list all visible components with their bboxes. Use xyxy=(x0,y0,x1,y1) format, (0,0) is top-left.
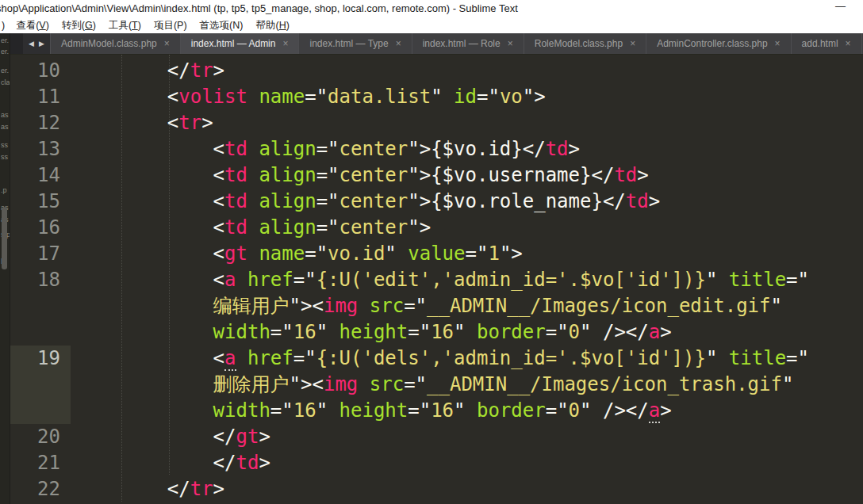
sidebar-clipped-text: cla xyxy=(1,78,10,86)
menu-item[interactable]: 项目(P) xyxy=(154,19,187,32)
tab-label: index.html — Admin xyxy=(191,38,276,49)
code-row[interactable]: 11<volist name="data.list" id="vo"> xyxy=(10,84,863,110)
code-row[interactable]: 22</tr> xyxy=(10,476,863,502)
sidebar-clipped-text: er. xyxy=(1,67,9,74)
editor-pane: ◀ ▶ AdminModel.class.php×index.html — Ad… xyxy=(10,33,863,504)
code-row[interactable]: 编辑用户"><img src="__ADMIN__/Images/icon_ed… xyxy=(10,293,863,319)
tab-bar: ◀ ▶ AdminModel.class.php×index.html — Ad… xyxy=(10,33,863,55)
code-line-text: <td align="center">{$vo.role_name}</td> xyxy=(71,189,863,215)
menu-item[interactable]: 工具(T) xyxy=(109,19,141,32)
tab-label: AdminController.class.php xyxy=(657,38,767,49)
tab-index-html-role[interactable]: index.html — Role× xyxy=(412,33,524,54)
menu-item[interactable]: 查看(V) xyxy=(16,19,49,32)
tab-label: index.html — Role xyxy=(423,38,501,49)
tab-label: add.html xyxy=(802,38,838,49)
tab-label: index.html — Type xyxy=(309,38,388,49)
tab-close-icon[interactable]: × xyxy=(396,38,401,49)
code-row[interactable]: 14<td align="center">{$vo.username}</td> xyxy=(10,162,863,189)
code-row[interactable]: 10</tr> xyxy=(10,58,863,84)
line-number xyxy=(10,372,71,398)
line-number: 11 xyxy=(10,84,71,110)
tab-index-html-type[interactable]: index.html — Type× xyxy=(298,33,411,54)
tab-close-icon[interactable]: × xyxy=(775,38,781,49)
line-number: 18 xyxy=(10,267,71,293)
sidebar-clipped-text: as xyxy=(1,111,9,119)
sidebar-scrollbar[interactable] xyxy=(2,208,7,269)
code-row[interactable]: 17<gt name="vo.id" value="1"> xyxy=(10,241,863,267)
code-row[interactable]: width="16" height="16" border="0" /></a> xyxy=(10,398,863,424)
code-row[interactable]: 16<td align="center"> xyxy=(10,215,863,241)
menu-items: 查看(V)转到(G)工具(T)项目(P)首选项(N)帮助(H) xyxy=(16,19,302,32)
line-number: 19 xyxy=(10,346,71,372)
menu-item[interactable]: 首选项(N) xyxy=(200,19,244,32)
line-number: 21 xyxy=(10,450,71,476)
code-line-text: <a href="{:U('dels','admin_id='.$vo['id'… xyxy=(71,346,863,372)
code-line-text: <volist name="data.list" id="vo"> xyxy=(71,84,863,110)
line-number: 20 xyxy=(10,424,71,450)
sidebar-clipped-text: er. xyxy=(1,36,9,44)
code-row[interactable]: 21</td> xyxy=(10,450,863,476)
code-line-text: <td align="center"> xyxy=(71,215,863,241)
tab-label: AdminModel.class.php xyxy=(61,38,157,49)
line-number: 17 xyxy=(10,241,71,267)
line-number: 13 xyxy=(10,136,71,162)
tab-close-icon[interactable]: × xyxy=(508,38,513,49)
menu-bar: ) 查看(V)转到(G)工具(T)项目(P)首选项(N)帮助(H) xyxy=(0,17,863,33)
code-line-text: </td> xyxy=(71,450,863,476)
code-row[interactable]: 20</gt> xyxy=(10,424,863,450)
tab-bar-gap xyxy=(10,33,23,54)
title-bar: shop\Application\Admin\View\Admin\index.… xyxy=(0,0,863,17)
tab-close-icon[interactable]: × xyxy=(630,38,635,49)
tab-forward-icon[interactable]: ▶ xyxy=(39,40,44,48)
code-line-text: </tr> xyxy=(71,476,863,502)
tab-add-html[interactable]: add.html× xyxy=(791,33,861,54)
code-line-text: <gt name="vo.id" value="1"> xyxy=(71,241,863,267)
code-editor[interactable]: 10</tr>11<volist name="data.list" id="vo… xyxy=(10,55,863,504)
line-number: 16 xyxy=(10,215,71,241)
minimize-icon[interactable]: — xyxy=(835,0,846,12)
line-number: 22 xyxy=(10,476,71,502)
sidebar-clipped-text: .p xyxy=(1,186,7,194)
tab-index-html-admin[interactable]: index.html — Admin× xyxy=(180,33,299,54)
tab-back-icon[interactable]: ◀ xyxy=(29,40,34,48)
code-row[interactable]: 18<a href="{:U('edit','admin_id='.$vo['i… xyxy=(10,267,863,293)
sidebar-strip: er.er.er.claasasssss.pasass.ph xyxy=(0,33,10,504)
line-number: 15 xyxy=(10,189,71,215)
tab-close-icon[interactable]: × xyxy=(846,38,851,49)
line-number xyxy=(10,398,71,424)
window-body: er.er.er.claasasssss.pasass.ph ◀ ▶ Admin… xyxy=(0,33,863,504)
tab-close-icon[interactable]: × xyxy=(164,38,170,49)
menu-item[interactable]: 转到(G) xyxy=(62,19,96,32)
line-number: 12 xyxy=(10,110,71,136)
code-line-text: <td align="center">{$vo.id}</td> xyxy=(71,136,863,162)
tab-label: RoleModel.class.php xyxy=(535,38,623,49)
code-line-text: 删除用户"><img src="__ADMIN__/Images/icon_tr… xyxy=(71,372,863,398)
line-number xyxy=(10,293,71,319)
code-line-text: width="16" height="16" border="0" /></a> xyxy=(71,398,863,424)
line-number: 14 xyxy=(10,162,71,189)
menu-item[interactable]: 帮助(H) xyxy=(255,19,289,32)
tab-nav: ◀ ▶ xyxy=(23,33,50,54)
code-row[interactable]: 15<td align="center">{$vo.role_name}</td… xyxy=(10,189,863,215)
code-row[interactable]: width="16" height="16" border="0" /></a> xyxy=(10,319,863,346)
code-line-text: <tr> xyxy=(71,110,863,136)
code-line-text: <td align="center">{$vo.username}</td> xyxy=(71,162,863,189)
code-row[interactable]: 12<tr> xyxy=(10,110,863,136)
tabs: AdminModel.class.php×index.html — Admin×… xyxy=(50,33,863,54)
tab-adminmodel-class-php[interactable]: AdminModel.class.php× xyxy=(50,33,180,54)
sidebar-clipped-text: er. xyxy=(1,48,9,55)
sidebar-clipped-text: as xyxy=(1,123,9,131)
tab-rolemodel-class-php[interactable]: RoleModel.class.php× xyxy=(524,33,646,54)
code-row[interactable]: 13<td align="center">{$vo.id}</td> xyxy=(10,136,863,162)
menu-item-clipped[interactable]: ) xyxy=(2,20,5,31)
line-number: 10 xyxy=(10,58,71,84)
code-line-text: <a href="{:U('edit','admin_id='.$vo['id'… xyxy=(71,267,863,293)
tab-close-icon[interactable]: × xyxy=(282,38,288,49)
line-number xyxy=(10,319,71,346)
tab-admincontroller-class-php[interactable]: AdminController.class.php× xyxy=(646,33,790,54)
code-row[interactable]: 19<a href="{:U('dels','admin_id='.$vo['i… xyxy=(10,346,863,372)
sidebar-clipped-text: ss xyxy=(1,153,8,161)
code-row[interactable]: 删除用户"><img src="__ADMIN__/Images/icon_tr… xyxy=(10,372,863,398)
sidebar-clipped-text: ss xyxy=(1,141,8,149)
code-line-text: </tr> xyxy=(71,58,863,84)
